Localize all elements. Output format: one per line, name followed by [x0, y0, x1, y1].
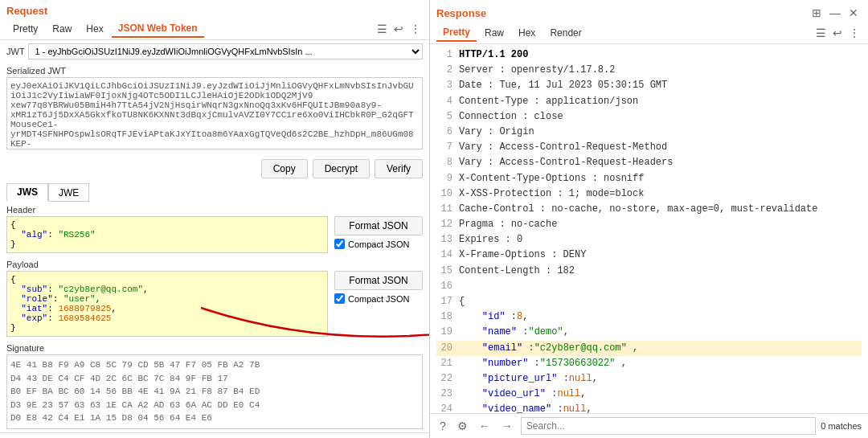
resp-line-16: 16 — [436, 279, 862, 294]
resp-line-21: 21 "number" :"15730663022" , — [436, 356, 862, 371]
settings-icon[interactable]: ⚙ — [454, 418, 471, 434]
response-tabs: Pretty Raw Hex Render ☰ ↩ ⋮ — [430, 23, 868, 44]
signature-section: Signature 4E 41 B8 F9 A9 C8 5C 79 CD 5B … — [0, 340, 429, 432]
request-title: Request — [0, 0, 429, 18]
help-icon[interactable]: ? — [436, 418, 449, 434]
header-section: Header { "alg": "RS256" } Format JSON Co… — [0, 202, 429, 256]
search-input[interactable] — [521, 417, 816, 435]
resp-line-17: 17{ — [436, 294, 862, 309]
list-icon[interactable]: ☰ — [375, 23, 389, 35]
top-right-icons: ⊞ — ✕ — [809, 5, 862, 21]
header-compact-json-checkbox[interactable] — [334, 239, 345, 249]
resp-line-24: 24 "video_name" :null, — [436, 402, 862, 413]
resp-line-1: 1HTTP/1.1 200 — [436, 47, 862, 63]
resp-tab-toolbar: ☰ ↩ ⋮ — [814, 27, 862, 39]
resp-tab-pretty[interactable]: Pretty — [436, 24, 477, 42]
resp-line-7: 7Vary : Access-Control-Request-Method — [436, 140, 862, 155]
resp-line-22: 22 "picture_url" :null, — [436, 371, 862, 387]
resp-line-11: 11Cache-Control : no-cache, no-store, ma… — [436, 202, 862, 217]
payload-label: Payload — [6, 260, 423, 269]
resp-line-15: 15Content-Length : 182 — [436, 264, 862, 279]
resp-line-8: 8Vary : Access-Control-Request-Headers — [436, 155, 862, 170]
payload-compact-json-row: Compact JSON — [334, 293, 423, 304]
back-icon[interactable]: ← — [476, 418, 493, 434]
tab-json-web-token[interactable]: JSON Web Token — [112, 20, 204, 38]
payload-editor-col: { "sub": "c2yb8er@qq.com", "role": "user… — [6, 271, 328, 337]
resp-line-2: 2Server : openresty/1.17.8.2 — [436, 63, 862, 78]
payload-section: Payload { "sub": "c2yb8er@qq.com", "role… — [0, 256, 429, 340]
resp-line-10: 10X-XSS-Protection : 1; mode=block — [436, 186, 862, 202]
jwt-action-buttons: Copy Decrypt Verify — [0, 156, 429, 182]
resp-line-20: 20 "email" :"c2yb8er@qq.com" , — [436, 341, 862, 356]
signature-content: 4E 41 B8 F9 A9 C8 5C 79 CD 5B 47 F7 05 F… — [6, 354, 423, 429]
header-compact-json-label: Compact JSON — [348, 239, 409, 249]
resp-line-13: 13Expires : 0 — [436, 232, 862, 248]
resp-line-4: 4Content-Type : application/json — [436, 94, 862, 109]
resp-tab-raw[interactable]: Raw — [478, 25, 510, 41]
resp-line-9: 9X-Content-Type-Options : nosniff — [436, 171, 862, 186]
resp-line-23: 23 "video_url" :null, — [436, 387, 862, 402]
request-tabs: Pretty Raw Hex JSON Web Token ☰ ↩ ⋮ — [0, 18, 429, 40]
response-bottom-bar: ? ⚙ ← → 0 matches — [430, 413, 868, 438]
resp-line-12: 12Pragma : no-cache — [436, 217, 862, 232]
menu-icon[interactable]: ⋮ — [408, 23, 423, 35]
minimize-icon[interactable]: — — [826, 5, 844, 21]
resp-line-3: 3Date : Tue, 11 Jul 2023 05:30:15 GMT — [436, 78, 862, 93]
header-label: Header — [6, 205, 423, 215]
resp-line-5: 5Connection : close — [436, 109, 862, 125]
resp-menu-icon[interactable]: ⋮ — [847, 27, 862, 39]
request-bottom-bar: Attack Sign Encrypt — [0, 432, 429, 439]
forward-icon[interactable]: → — [498, 418, 516, 434]
payload-compact-json-label: Compact JSON — [348, 294, 409, 304]
payload-btn-col: Format JSON Compact JSON — [334, 271, 423, 304]
header-editor-col: { "alg": "RS256" } — [6, 216, 328, 253]
response-content: 1HTTP/1.1 200 2Server : openresty/1.17.8… — [430, 44, 868, 413]
tab-toolbar: ☰ ↩ ⋮ — [375, 23, 423, 35]
serialized-jwt-textarea[interactable]: eyJ0eXAiOiJKV1QiLCJhbGciOiJSUzI1NiJ9.eyJ… — [6, 77, 423, 149]
resp-tab-hex[interactable]: Hex — [512, 25, 542, 41]
payload-json-editor[interactable]: { "sub": "c2yb8er@qq.com", "role": "user… — [6, 271, 328, 337]
resp-line-6: 6Vary : Origin — [436, 125, 862, 140]
payload-format-json-btn[interactable]: Format JSON — [334, 271, 423, 290]
jws-jwe-tabs: JWS JWE — [0, 182, 429, 202]
resp-list-icon[interactable]: ☰ — [814, 27, 828, 39]
tab-jwe[interactable]: JWE — [48, 183, 89, 202]
response-title: Response ⊞ — ✕ — [430, 0, 868, 23]
serialized-jwt-section: Serialized JWT eyJ0eXAiOiJKV1QiLCJhbGciO… — [0, 63, 429, 156]
header-compact-json-row: Compact JSON — [334, 239, 423, 249]
jwt-select[interactable]: 1 - eyJhbGciOiJSUzI1NiJ9.eyJzdWIiOiJmnli… — [28, 43, 423, 59]
matches-label: 0 matches — [821, 421, 862, 431]
wrap-icon[interactable]: ↩ — [392, 23, 405, 35]
header-row: { "alg": "RS256" } Format JSON Compact J… — [6, 216, 423, 253]
serialized-jwt-label: Serialized JWT — [6, 66, 423, 76]
resp-line-14: 14X-Frame-Options : DENY — [436, 248, 862, 263]
resp-tab-render[interactable]: Render — [543, 25, 588, 41]
header-json-editor[interactable]: { "alg": "RS256" } — [6, 216, 328, 253]
header-format-json-btn[interactable]: Format JSON — [334, 216, 423, 235]
tab-pretty[interactable]: Pretty — [6, 21, 44, 37]
payload-compact-json-checkbox[interactable] — [334, 293, 345, 304]
resp-wrap-icon[interactable]: ↩ — [831, 27, 844, 39]
signature-label: Signature — [6, 343, 423, 353]
payload-row: { "sub": "c2yb8er@qq.com", "role": "user… — [6, 271, 423, 337]
jwt-label: JWT — [6, 47, 25, 56]
tab-hex[interactable]: Hex — [80, 21, 109, 37]
request-panel: Request Pretty Raw Hex JSON Web Token ☰ … — [0, 0, 430, 438]
resp-line-18: 18 "id" :8, — [436, 309, 862, 325]
decrypt-button[interactable]: Decrypt — [313, 159, 370, 178]
header-btn-col: Format JSON Compact JSON — [334, 216, 423, 249]
tab-jws[interactable]: JWS — [6, 183, 48, 202]
jwt-select-row: JWT 1 - eyJhbGciOiJSUzI1NiJ9.eyJzdWIiOiJ… — [0, 40, 429, 63]
close-icon[interactable]: ✕ — [845, 5, 862, 21]
resp-line-19: 19 "name" :"demo", — [436, 325, 862, 340]
response-panel: Response ⊞ — ✕ Pretty Raw Hex Render ☰ ↩… — [430, 0, 868, 438]
copy-button[interactable]: Copy — [261, 159, 308, 178]
tab-raw[interactable]: Raw — [46, 21, 78, 37]
split-view-icon[interactable]: ⊞ — [809, 5, 825, 21]
verify-button[interactable]: Verify — [375, 159, 423, 178]
